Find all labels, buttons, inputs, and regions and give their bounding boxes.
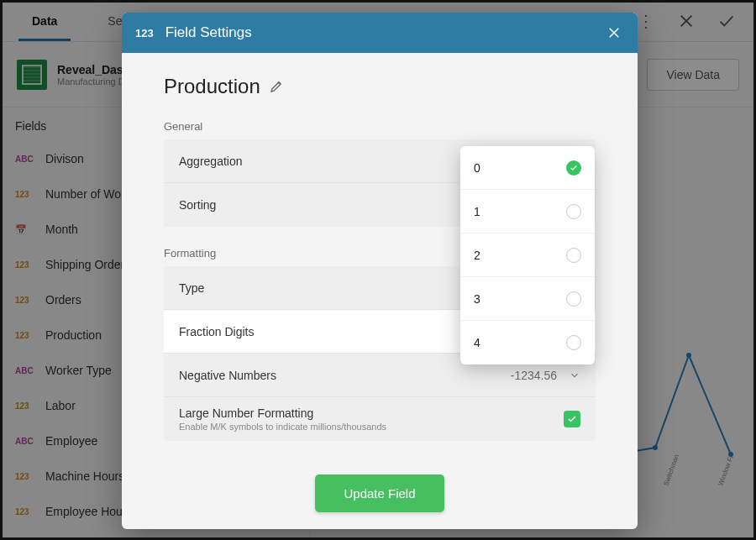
negative-numbers-value: -1234.56 bbox=[511, 369, 557, 382]
edit-icon[interactable] bbox=[269, 79, 284, 94]
radio-unselected-icon bbox=[566, 204, 581, 219]
large-number-formatting-row[interactable]: Large Number Formatting Enable M/K symbo… bbox=[164, 397, 596, 441]
field-type-badge: 123 bbox=[135, 27, 154, 39]
fraction-digits-popover: 0 1 2 3 4 bbox=[460, 146, 595, 364]
section-label-general: General bbox=[164, 120, 596, 133]
popover-option[interactable]: 1 bbox=[460, 190, 595, 233]
radio-unselected-icon bbox=[566, 291, 581, 307]
modal-title: Field Settings bbox=[165, 24, 252, 41]
popover-option[interactable]: 4 bbox=[460, 321, 595, 364]
large-number-checkbox[interactable] bbox=[564, 411, 580, 427]
large-number-sub: Enable M/K symbols to indicate millions/… bbox=[179, 422, 386, 432]
field-name-title: Production bbox=[164, 75, 260, 98]
popover-option[interactable]: 0 bbox=[460, 146, 595, 190]
update-field-button[interactable]: Update Field bbox=[315, 474, 444, 512]
popover-option[interactable]: 3 bbox=[460, 277, 595, 321]
radio-selected-icon bbox=[566, 160, 581, 176]
radio-unselected-icon bbox=[566, 335, 581, 350]
chevron-down-icon bbox=[569, 370, 580, 381]
popover-option[interactable]: 2 bbox=[460, 233, 595, 277]
modal-header: 123 Field Settings bbox=[122, 13, 638, 53]
modal-close-icon[interactable] bbox=[604, 23, 624, 43]
radio-unselected-icon bbox=[566, 248, 581, 263]
